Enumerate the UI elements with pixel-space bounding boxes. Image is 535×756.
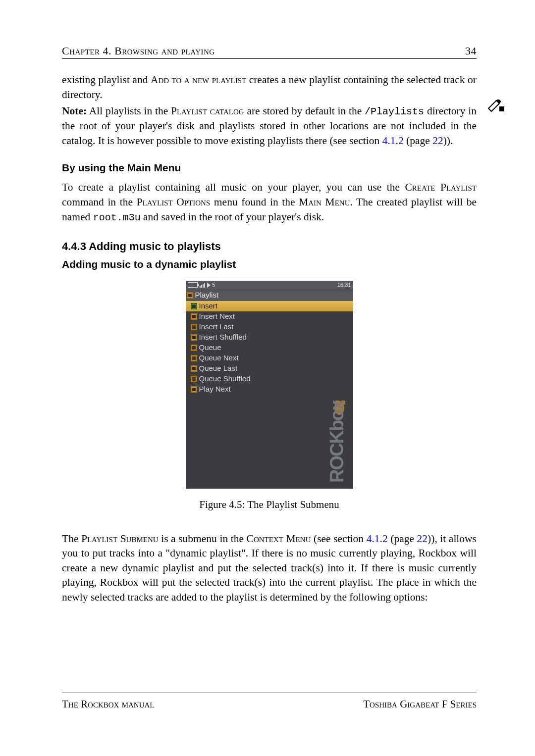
page-link[interactable]: 22 — [417, 533, 428, 545]
menu-item-label: Insert — [199, 301, 218, 311]
menu-list: InsertInsert NextInsert LastInsert Shuff… — [186, 301, 353, 395]
menu-item[interactable]: Insert Shuffled — [186, 332, 353, 343]
menu-item[interactable]: Queue — [186, 343, 353, 353]
menu-item-icon — [191, 376, 197, 382]
menu-item-label: Queue Shuffled — [199, 374, 251, 384]
paragraph: The Playlist Submenu is a submenu in the… — [62, 532, 477, 605]
page-header: Chapter 4. Browsing and playing 34 — [62, 45, 477, 59]
menu-item[interactable]: Queue Shuffled — [186, 374, 353, 384]
menu-item-label: Queue Next — [199, 353, 239, 363]
section-link[interactable]: 4.1.2 — [367, 533, 388, 545]
page-footer: The Rockbox manual Toshiba Gigabeat F Se… — [62, 693, 477, 710]
figure: 5 16:31 Playlist InsertInsert NextInsert… — [62, 281, 477, 489]
page-link[interactable]: 22 — [432, 135, 443, 147]
menu-item[interactable]: Play Next — [186, 384, 353, 395]
menu-item-icon — [191, 334, 197, 341]
pen-note-icon — [487, 100, 504, 114]
footer-left: The Rockbox manual — [62, 698, 155, 710]
volume-icon — [200, 283, 205, 288]
footer-right: Toshiba Gigabeat F Series — [363, 698, 477, 710]
menu-title: Playlist — [186, 290, 353, 301]
battery-icon — [188, 282, 198, 288]
subheading-main-menu: By using the Main Menu — [62, 161, 477, 175]
paragraph: existing playlist and Add to a new playl… — [62, 73, 477, 102]
status-clock: 16:31 — [337, 281, 351, 289]
menu-item-label: Insert Shuffled — [199, 332, 247, 343]
status-bar: 5 16:31 — [186, 281, 353, 290]
svg-text:ROCKbox: ROCKbox — [326, 400, 347, 482]
menu-item-label: Insert Last — [199, 322, 234, 332]
menu-item-icon — [191, 324, 197, 330]
rockbox-watermark-icon: ROCKbox — [324, 396, 349, 485]
note-paragraph: Note: All playlists in the Playlist cata… — [62, 104, 477, 148]
status-count: 5 — [213, 281, 215, 289]
subheading-dynamic: Adding music to a dynamic playlist — [62, 257, 477, 272]
section-link[interactable]: 4.1.2 — [382, 135, 404, 147]
folder-icon — [187, 292, 193, 299]
menu-item[interactable]: Queue Last — [186, 363, 353, 374]
menu-item-icon — [191, 345, 197, 351]
menu-item-icon — [191, 313, 197, 320]
menu-item[interactable]: Insert Last — [186, 322, 353, 332]
menu-item-icon — [191, 355, 197, 361]
figure-caption: Figure 4.5: The Playlist Submenu — [62, 498, 477, 512]
playlist-submenu-screenshot: 5 16:31 Playlist InsertInsert NextInsert… — [186, 281, 353, 489]
header-left: Chapter 4. Browsing and playing — [62, 45, 215, 57]
svg-rect-0 — [499, 106, 504, 111]
paragraph: To create a playlist containing all musi… — [62, 180, 477, 224]
menu-item[interactable]: Insert — [186, 301, 353, 311]
page-number: 34 — [465, 45, 477, 57]
menu-item-icon — [191, 386, 197, 393]
menu-item[interactable]: Insert Next — [186, 311, 353, 322]
menu-item-label: Insert Next — [199, 311, 235, 322]
menu-item-label: Play Next — [199, 384, 231, 395]
menu-item[interactable]: Queue Next — [186, 353, 353, 363]
section-heading: 4.4.3 Adding music to playlists — [62, 239, 477, 254]
play-icon — [207, 283, 211, 288]
menu-item-icon — [191, 303, 197, 309]
menu-item-label: Queue Last — [199, 363, 238, 374]
menu-item-label: Queue — [199, 343, 221, 353]
menu-item-icon — [191, 365, 197, 372]
